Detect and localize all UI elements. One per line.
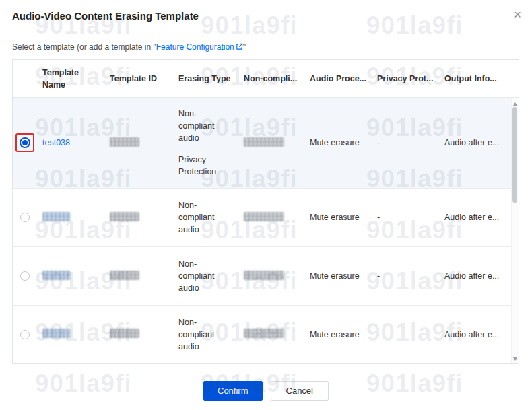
privacy-protection-value: -	[377, 138, 380, 147]
template-name-link[interactable]: test038	[42, 138, 70, 147]
table-header-row: Template Name Template ID Erasing Type N…	[13, 60, 519, 98]
output-info-value: Audio after e...	[444, 330, 499, 339]
erasing-type-value: Privacy Protection	[178, 153, 227, 178]
privacy-protection-value: -	[377, 213, 380, 222]
audio-processing-value: Mute erasure	[310, 138, 360, 147]
output-info-value: Audio after e...	[444, 271, 499, 281]
template-radio[interactable]	[20, 271, 30, 281]
erasing-type-value: Non-compliant audio	[178, 199, 227, 236]
table-row-selected[interactable]: test038 Non-compliant audio Privacy Prot…	[13, 98, 519, 189]
confirm-button[interactable]: Confirm	[203, 381, 263, 401]
close-icon[interactable]: ×	[514, 8, 521, 22]
output-info-value: Audio after e...	[444, 213, 499, 222]
dialog-title: Audio-Video Content Erasing Template	[12, 10, 199, 22]
col-output-info: Output Info...	[444, 73, 509, 85]
redacted-template-id	[110, 137, 139, 147]
subtitle-close-quote: "	[243, 42, 246, 52]
redacted-non-compliance-value	[244, 271, 284, 280]
cancel-button[interactable]: Cancel	[271, 381, 329, 401]
erasing-type-value: Non-compliant audio	[178, 316, 227, 353]
external-link-icon	[236, 43, 243, 50]
redacted-non-compliance-value	[244, 329, 284, 338]
table-scrollbar[interactable]	[511, 98, 519, 363]
col-erasing-type: Erasing Type	[178, 73, 244, 85]
table-body: test038 Non-compliant audio Privacy Prot…	[13, 98, 519, 363]
redacted-template-id	[110, 329, 139, 338]
privacy-protection-value: -	[377, 330, 380, 339]
erasing-type-value: Non-compliant audio	[178, 108, 227, 144]
subtitle-text: Select a template (or add a template in …	[12, 42, 156, 52]
template-radio[interactable]	[20, 330, 30, 339]
output-info-value: Audio after e...	[444, 138, 499, 147]
table-row[interactable]: Non-compliant audio Mute erasure - Audio…	[13, 189, 519, 247]
scroll-down-arrow-icon[interactable]	[512, 355, 519, 362]
redacted-non-compliance-value	[244, 137, 284, 147]
scroll-up-arrow-icon[interactable]	[512, 99, 519, 106]
audio-processing-value: Mute erasure	[310, 330, 360, 339]
redacted-template-name	[42, 212, 71, 221]
template-table: Template Name Template ID Erasing Type N…	[12, 59, 519, 364]
erasing-type-value: Non-compliant audio	[178, 258, 227, 294]
audio-video-erasing-template-dialog: Audio-Video Content Erasing Template × S…	[0, 0, 532, 410]
template-radio[interactable]	[20, 213, 30, 222]
privacy-protection-value: -	[377, 271, 380, 281]
table-scrollbar-thumb[interactable]	[512, 107, 517, 203]
col-template-id: Template ID	[110, 73, 178, 85]
dialog-footer: Confirm Cancel	[0, 381, 532, 401]
col-template-name: Template Name	[42, 67, 110, 91]
redacted-non-compliance-value	[244, 212, 284, 221]
audio-processing-value: Mute erasure	[310, 213, 360, 222]
col-non-compliance: Non-compli...	[244, 73, 310, 85]
redacted-template-id	[110, 271, 139, 280]
table-row[interactable]: Non-compliant audio Mute erasure - Audio…	[13, 306, 519, 363]
radio-dot	[22, 140, 28, 145]
template-radio-selected[interactable]	[20, 137, 30, 148]
feature-configuration-link[interactable]: Feature Configuration	[156, 42, 243, 52]
col-audio-processing: Audio Proce...	[310, 73, 377, 85]
audio-processing-value: Mute erasure	[310, 271, 360, 281]
subtitle: Select a template (or add a template in …	[12, 42, 246, 52]
redacted-template-id	[110, 212, 139, 221]
col-privacy-protection: Privacy Prot...	[377, 73, 444, 85]
table-row[interactable]: Non-compliant audio Mute erasure - Audio…	[13, 247, 519, 306]
redacted-template-name	[42, 271, 71, 280]
redacted-template-name	[42, 329, 71, 338]
